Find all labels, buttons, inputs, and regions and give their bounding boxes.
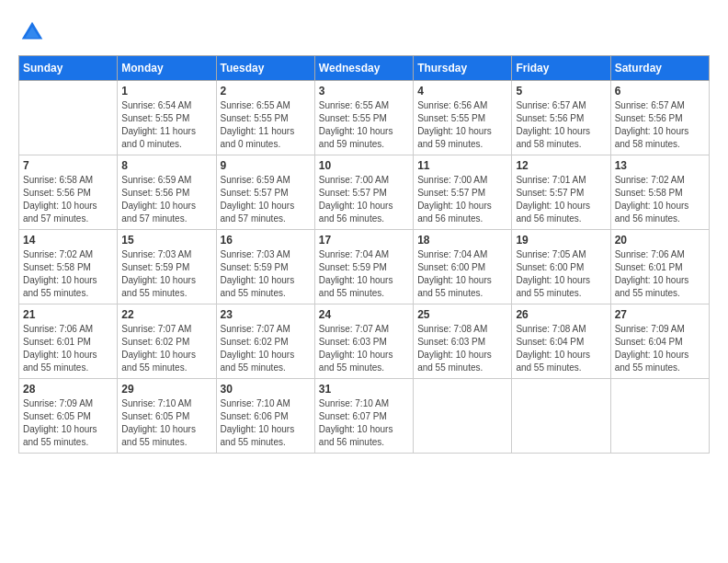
day-info: Sunrise: 6:58 AM Sunset: 5:56 PM Dayligh… [23,174,113,225]
weekday-header: Sunday [19,56,118,81]
weekday-header: Saturday [610,56,709,81]
day-number: 15 [121,234,211,247]
calendar-cell: 26Sunrise: 7:08 AM Sunset: 6:04 PM Dayli… [512,304,610,379]
calendar-week-row: 1Sunrise: 6:54 AM Sunset: 5:55 PM Daylig… [19,81,710,155]
calendar-cell: 20Sunrise: 7:06 AM Sunset: 6:01 PM Dayli… [610,230,709,304]
calendar-week-row: 7Sunrise: 6:58 AM Sunset: 5:56 PM Daylig… [19,155,710,230]
day-number: 1 [121,85,211,98]
calendar-week-row: 14Sunrise: 7:02 AM Sunset: 5:58 PM Dayli… [19,230,710,304]
day-number: 2 [221,85,311,98]
calendar-cell: 6Sunrise: 6:57 AM Sunset: 5:56 PM Daylig… [610,81,709,155]
day-number: 26 [516,308,606,321]
day-number: 4 [417,85,507,98]
day-number: 10 [319,159,409,172]
day-info: Sunrise: 7:08 AM Sunset: 6:03 PM Dayligh… [417,323,507,374]
logo [18,18,50,46]
calendar-cell: 9Sunrise: 6:59 AM Sunset: 5:57 PM Daylig… [216,155,314,230]
calendar-cell [414,379,512,454]
calendar-cell: 16Sunrise: 7:03 AM Sunset: 5:59 PM Dayli… [216,230,314,304]
day-info: Sunrise: 7:02 AM Sunset: 5:58 PM Dayligh… [23,248,113,300]
day-number: 31 [319,383,409,396]
day-info: Sunrise: 6:55 AM Sunset: 5:55 PM Dayligh… [319,99,409,151]
calendar-week-row: 21Sunrise: 7:06 AM Sunset: 6:01 PM Dayli… [19,304,710,379]
weekday-header: Tuesday [216,56,314,81]
calendar-cell: 14Sunrise: 7:02 AM Sunset: 5:58 PM Dayli… [19,230,118,304]
day-number: 20 [615,234,705,247]
day-info: Sunrise: 7:01 AM Sunset: 5:57 PM Dayligh… [516,174,606,225]
weekday-header: Monday [118,56,216,81]
day-number: 5 [516,85,606,98]
day-info: Sunrise: 7:09 AM Sunset: 6:05 PM Dayligh… [23,397,113,449]
day-info: Sunrise: 7:00 AM Sunset: 5:57 PM Dayligh… [319,174,409,225]
day-info: Sunrise: 6:57 AM Sunset: 5:56 PM Dayligh… [615,99,705,151]
calendar-cell: 5Sunrise: 6:57 AM Sunset: 5:56 PM Daylig… [512,81,610,155]
calendar-cell: 17Sunrise: 7:04 AM Sunset: 5:59 PM Dayli… [314,230,413,304]
day-number: 18 [417,234,507,247]
day-number: 6 [615,85,705,98]
day-info: Sunrise: 7:06 AM Sunset: 6:01 PM Dayligh… [23,323,113,374]
calendar-header-row: SundayMondayTuesdayWednesdayThursdayFrid… [19,56,710,81]
calendar-cell: 2Sunrise: 6:55 AM Sunset: 5:55 PM Daylig… [216,81,314,155]
calendar-cell: 21Sunrise: 7:06 AM Sunset: 6:01 PM Dayli… [19,304,118,379]
calendar-cell: 13Sunrise: 7:02 AM Sunset: 5:58 PM Dayli… [610,155,709,230]
weekday-header: Friday [512,56,610,81]
calendar-cell: 22Sunrise: 7:07 AM Sunset: 6:02 PM Dayli… [118,304,216,379]
day-info: Sunrise: 6:57 AM Sunset: 5:56 PM Dayligh… [516,99,606,151]
day-number: 27 [615,308,705,321]
day-info: Sunrise: 7:05 AM Sunset: 6:00 PM Dayligh… [516,248,606,300]
day-number: 24 [319,308,409,321]
calendar-cell: 31Sunrise: 7:10 AM Sunset: 6:07 PM Dayli… [314,379,413,454]
day-number: 7 [23,159,113,172]
day-info: Sunrise: 6:59 AM Sunset: 5:57 PM Dayligh… [221,174,311,225]
calendar-table: SundayMondayTuesdayWednesdayThursdayFrid… [18,55,710,454]
day-info: Sunrise: 7:07 AM Sunset: 6:02 PM Dayligh… [121,323,211,374]
day-info: Sunrise: 7:03 AM Sunset: 5:59 PM Dayligh… [121,248,211,300]
calendar-cell: 18Sunrise: 7:04 AM Sunset: 6:00 PM Dayli… [414,230,512,304]
day-info: Sunrise: 7:02 AM Sunset: 5:58 PM Dayligh… [615,174,705,225]
calendar-cell: 4Sunrise: 6:56 AM Sunset: 5:55 PM Daylig… [414,81,512,155]
logo-icon [18,18,46,46]
calendar-cell: 24Sunrise: 7:07 AM Sunset: 6:03 PM Dayli… [314,304,413,379]
day-info: Sunrise: 7:08 AM Sunset: 6:04 PM Dayligh… [516,323,606,374]
day-number: 8 [121,159,211,172]
calendar-cell: 23Sunrise: 7:07 AM Sunset: 6:02 PM Dayli… [216,304,314,379]
day-number: 9 [221,159,311,172]
day-info: Sunrise: 6:59 AM Sunset: 5:56 PM Dayligh… [121,174,211,225]
calendar-cell [19,81,118,155]
calendar-cell [512,379,610,454]
weekday-header: Thursday [414,56,512,81]
calendar-week-row: 28Sunrise: 7:09 AM Sunset: 6:05 PM Dayli… [19,379,710,454]
day-info: Sunrise: 6:56 AM Sunset: 5:55 PM Dayligh… [417,99,507,151]
calendar-cell [610,379,709,454]
calendar-cell: 27Sunrise: 7:09 AM Sunset: 6:04 PM Dayli… [610,304,709,379]
day-number: 29 [121,383,211,396]
calendar-cell: 15Sunrise: 7:03 AM Sunset: 5:59 PM Dayli… [118,230,216,304]
day-info: Sunrise: 7:07 AM Sunset: 6:02 PM Dayligh… [221,323,311,374]
calendar-cell: 8Sunrise: 6:59 AM Sunset: 5:56 PM Daylig… [118,155,216,230]
calendar-cell: 10Sunrise: 7:00 AM Sunset: 5:57 PM Dayli… [314,155,413,230]
day-number: 11 [417,159,507,172]
day-number: 28 [23,383,113,396]
day-number: 3 [319,85,409,98]
day-info: Sunrise: 7:04 AM Sunset: 5:59 PM Dayligh… [319,248,409,300]
day-info: Sunrise: 7:04 AM Sunset: 6:00 PM Dayligh… [417,248,507,300]
day-number: 23 [221,308,311,321]
calendar-cell: 30Sunrise: 7:10 AM Sunset: 6:06 PM Dayli… [216,379,314,454]
day-info: Sunrise: 7:03 AM Sunset: 5:59 PM Dayligh… [221,248,311,300]
calendar-cell: 11Sunrise: 7:00 AM Sunset: 5:57 PM Dayli… [414,155,512,230]
calendar-cell: 1Sunrise: 6:54 AM Sunset: 5:55 PM Daylig… [118,81,216,155]
day-number: 17 [319,234,409,247]
day-info: Sunrise: 6:54 AM Sunset: 5:55 PM Dayligh… [121,99,211,151]
calendar-cell: 19Sunrise: 7:05 AM Sunset: 6:00 PM Dayli… [512,230,610,304]
day-number: 25 [417,308,507,321]
day-info: Sunrise: 7:10 AM Sunset: 6:06 PM Dayligh… [221,397,311,449]
day-info: Sunrise: 7:07 AM Sunset: 6:03 PM Dayligh… [319,323,409,374]
day-number: 14 [23,234,113,247]
calendar-cell: 12Sunrise: 7:01 AM Sunset: 5:57 PM Dayli… [512,155,610,230]
day-number: 13 [615,159,705,172]
day-number: 12 [516,159,606,172]
day-info: Sunrise: 7:00 AM Sunset: 5:57 PM Dayligh… [417,174,507,225]
day-number: 22 [121,308,211,321]
day-info: Sunrise: 6:55 AM Sunset: 5:55 PM Dayligh… [221,99,311,151]
calendar-cell: 3Sunrise: 6:55 AM Sunset: 5:55 PM Daylig… [314,81,413,155]
